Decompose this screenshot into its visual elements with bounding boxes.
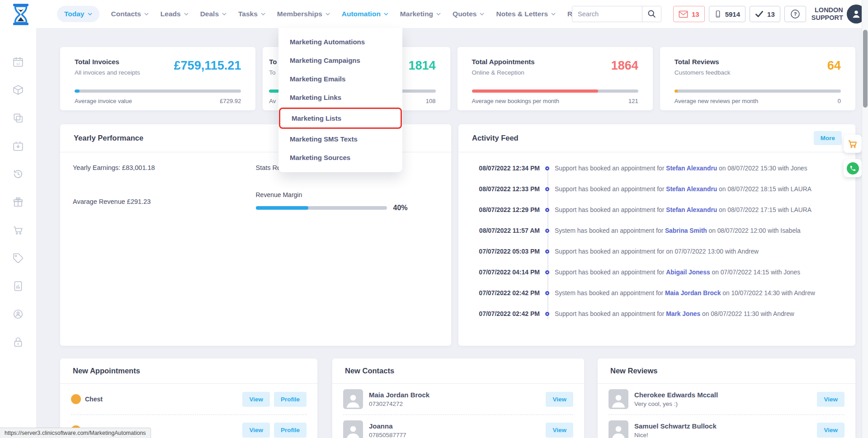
location-label: LONDON SUPPORT xyxy=(811,6,843,22)
app-logo-hourglass-icon[interactable] xyxy=(11,4,31,25)
stat-progress-track xyxy=(675,89,841,93)
package-icon[interactable] xyxy=(12,84,24,96)
cart-icon[interactable] xyxy=(12,224,24,236)
view-button[interactable]: View xyxy=(817,392,844,407)
person-silhouette-icon xyxy=(609,422,627,438)
contact-link[interactable]: Sabrina Smith xyxy=(665,227,707,234)
left-sidebar: 12 xyxy=(0,28,36,438)
stat-progress-fill xyxy=(75,89,80,93)
view-button[interactable]: View xyxy=(817,423,844,438)
stat-subtitle: Customers feedback xyxy=(675,69,841,76)
menu-item-marketing-emails[interactable]: Marketing Emails xyxy=(278,70,402,88)
reviewer-avatar xyxy=(609,420,628,438)
review-comment: Very cool, yes :) xyxy=(634,400,718,407)
search-button[interactable] xyxy=(642,6,661,22)
contact-link[interactable]: Maia Jordan Brock xyxy=(665,290,721,297)
chevron-down-icon xyxy=(326,13,330,15)
nav-item-tasks[interactable]: Tasks xyxy=(238,10,265,18)
feed-bullet-icon xyxy=(545,250,549,254)
profile-button[interactable]: Profile xyxy=(274,423,307,438)
menu-item-marketing-sources[interactable]: Marketing Sources xyxy=(278,148,402,167)
stat-progress-fill xyxy=(472,89,599,93)
contact-link[interactable]: Stefan Alexandru xyxy=(666,186,717,193)
floating-cart-button[interactable] xyxy=(844,135,862,153)
feed-item: 07/07/2022 02:42 PM System has booked an… xyxy=(472,283,844,303)
nav-item-today[interactable]: Today xyxy=(57,6,99,22)
menu-item-marketing-sms-texts[interactable]: Marketing SMS Texts xyxy=(278,130,402,148)
calendar-download-icon[interactable] xyxy=(12,140,24,152)
revenue-margin-label: Revenue Margin xyxy=(256,191,439,198)
nav-item-leads[interactable]: Leads xyxy=(160,10,189,18)
top-header: Today Contacts Leads Deals Tasks Members… xyxy=(0,0,862,28)
scrollbar-thumb[interactable] xyxy=(863,30,868,108)
tag-icon[interactable] xyxy=(12,252,24,264)
nav-item-automation[interactable]: Automation xyxy=(342,10,388,18)
nav-label: Tasks xyxy=(238,10,258,18)
nav-label: Quotes xyxy=(453,10,476,18)
feed-item: 08/07/2022 11:57 AM System has booked an… xyxy=(472,220,844,241)
nav-item-quotes[interactable]: Quotes xyxy=(453,10,484,18)
link-status-bubble: https://server3.clinicsoftware.com/Marke… xyxy=(0,428,151,438)
nav-label: Notes & Letters xyxy=(496,10,548,18)
nav-label: Memberships xyxy=(277,10,322,18)
report-icon[interactable] xyxy=(12,280,24,292)
view-button[interactable]: View xyxy=(242,423,270,438)
page-scrollbar[interactable] xyxy=(862,0,868,438)
chevron-down-icon xyxy=(436,13,441,15)
cart-icon xyxy=(847,138,858,149)
appointment-dot-icon xyxy=(71,394,81,404)
feed-item: 08/07/2022 12:29 PM Support has booked a… xyxy=(472,199,844,220)
stat-bottom-value: 0 xyxy=(838,98,841,104)
search-input[interactable] xyxy=(572,6,642,22)
feed-bullet-icon xyxy=(545,270,549,274)
stat-card-total-appointments: Total Appointments Online & Reception 18… xyxy=(458,47,653,110)
feed-bullet-icon xyxy=(545,187,549,191)
nav-item-notes-letters[interactable]: Notes & Letters xyxy=(496,10,556,18)
chevron-down-icon xyxy=(88,13,92,15)
nav-label: Marketing xyxy=(400,10,433,18)
nav-item-marketing[interactable]: Marketing xyxy=(400,10,441,18)
account-sync-icon[interactable] xyxy=(12,308,24,320)
contact-link[interactable]: Stefan Alexandru xyxy=(666,165,717,172)
contact-link[interactable]: Abigail Joness xyxy=(666,269,710,276)
calendar-icon[interactable]: 12 xyxy=(12,56,24,68)
feed-bullet-icon xyxy=(545,208,549,212)
nav-item-deals[interactable]: Deals xyxy=(200,10,226,18)
contact-link[interactable]: Stefan Alexandru xyxy=(666,207,717,213)
smartphone-icon xyxy=(714,9,722,19)
tasks-done-button[interactable]: 13 xyxy=(750,6,780,22)
profile-button[interactable]: Profile xyxy=(274,392,307,407)
gift-icon[interactable] xyxy=(12,196,24,208)
nav-item-contacts[interactable]: Contacts xyxy=(111,10,149,18)
chevron-down-icon xyxy=(261,13,265,15)
menu-item-marketing-lists[interactable]: Marketing Lists xyxy=(279,108,402,129)
view-button[interactable]: View xyxy=(546,423,573,438)
history-icon[interactable] xyxy=(12,168,24,180)
contact-name: Joanna xyxy=(369,422,406,430)
reviewer-name: Cherokee Edwards Mccall xyxy=(634,391,718,399)
activity-feed-list: 08/07/2022 12:34 PM Support has booked a… xyxy=(458,152,855,324)
more-button[interactable]: More xyxy=(814,131,842,145)
menu-item-marketing-links[interactable]: Marketing Links xyxy=(278,88,402,107)
copy-icon[interactable] xyxy=(12,112,24,124)
nav-item-memberships[interactable]: Memberships xyxy=(277,10,330,18)
stat-value: 64 xyxy=(827,59,841,73)
mail-notifications-button[interactable]: 13 xyxy=(673,6,705,22)
feed-bullet-icon xyxy=(545,312,549,316)
floating-phone-button[interactable] xyxy=(844,159,862,177)
mail-count: 13 xyxy=(692,10,699,18)
view-button[interactable]: View xyxy=(546,392,573,407)
menu-item-marketing-campaigns[interactable]: Marketing Campaigns xyxy=(278,51,402,70)
view-button[interactable]: View xyxy=(242,392,270,407)
phone-notifications-button[interactable]: 5914 xyxy=(709,6,745,22)
menu-item-marketing-automations[interactable]: Marketing Automations xyxy=(278,33,402,51)
automation-dropdown-menu: Marketing Automations Marketing Campaign… xyxy=(278,28,402,172)
lock-icon[interactable] xyxy=(12,336,24,348)
stat-bottom-value: 108 xyxy=(426,98,436,104)
stat-value: £759,115.21 xyxy=(174,59,241,73)
contact-phone: 0730274272 xyxy=(369,400,429,407)
tasks-done-count: 13 xyxy=(767,10,775,18)
help-button[interactable]: ? xyxy=(784,6,806,22)
search-box xyxy=(572,6,661,22)
contact-link[interactable]: Mark Jones xyxy=(666,311,700,317)
